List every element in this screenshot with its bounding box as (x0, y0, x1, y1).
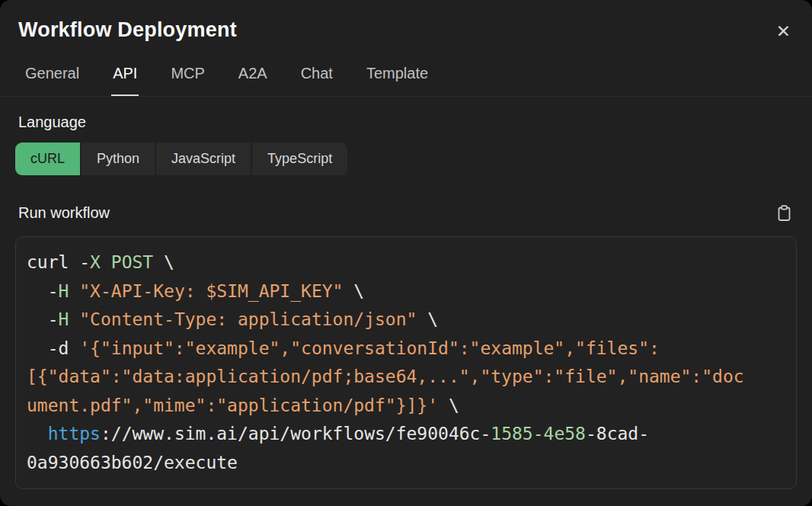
close-icon[interactable]: ✕ (773, 20, 794, 43)
tab-api[interactable]: API (111, 60, 139, 96)
language-section: Language cURLPythonJavaScriptTypeScript (0, 114, 812, 175)
language-option-curl[interactable]: cURL (15, 143, 80, 175)
code-line: -H "X-API-Key: $SIM_API_KEY" \ (27, 277, 785, 306)
language-label: Language (18, 114, 794, 131)
code-line: -d '{"input":"example","conversationId":… (27, 335, 785, 363)
tab-mcp[interactable]: MCP (169, 60, 206, 96)
language-option-typescript[interactable]: TypeScript (252, 143, 347, 175)
tab-chat[interactable]: Chat (299, 60, 334, 96)
modal-header: Workflow Deployment ✕ (0, 0, 812, 43)
code-line: [{"data":"data:application/pdf;base64,..… (27, 363, 785, 392)
code-line: 0a930663b602/execute (27, 449, 785, 478)
code-line: -H "Content-Type: application/json" \ (27, 306, 785, 335)
language-option-javascript[interactable]: JavaScript (156, 143, 251, 175)
page-title: Workflow Deployment (18, 18, 237, 42)
tab-bar: GeneralAPIMCPA2AChatTemplate (0, 60, 812, 97)
language-option-python[interactable]: Python (82, 143, 155, 175)
run-workflow-header: Run workflow (0, 203, 812, 223)
tab-general[interactable]: General (24, 60, 81, 96)
code-line: https://www.sim.ai/api/workflows/fe90046… (27, 420, 785, 449)
code-block: curl -X POST \ -H "X-API-Key: $SIM_API_K… (15, 236, 797, 489)
tab-template[interactable]: Template (365, 60, 430, 96)
code-line: ument.pdf","mime":"application/pdf"}]}' … (27, 392, 785, 421)
run-workflow-label: Run workflow (18, 204, 110, 222)
tab-a2a[interactable]: A2A (237, 60, 269, 96)
language-selector: cURLPythonJavaScriptTypeScript (15, 143, 794, 175)
copy-icon[interactable] (775, 203, 794, 223)
code-line: curl -X POST \ (27, 248, 785, 277)
workflow-deployment-modal: Workflow Deployment ✕ GeneralAPIMCPA2ACh… (0, 0, 812, 506)
